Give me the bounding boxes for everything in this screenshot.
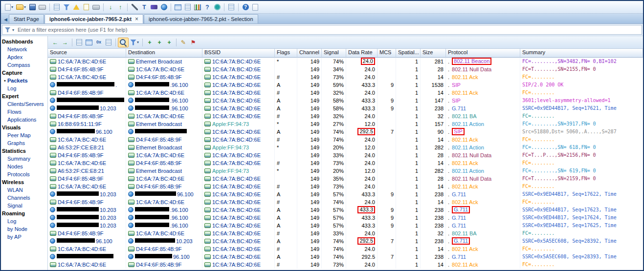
inject-packets-button[interactable]: ↑	[115, 2, 125, 12]
sidebar-item-wireless-channels[interactable]: Channels	[1, 194, 47, 202]
packet-row[interactable]: D4:F4:6F:85:4B:9F1C:6A:7A:BC:4D:6E1C:6A:…	[48, 198, 643, 206]
sidebar-item-expert-clients-servers[interactable]: Clients/Servers	[1, 100, 47, 108]
alarms-button[interactable]	[71, 2, 81, 12]
save-button[interactable]	[27, 2, 37, 12]
sidebar-item-capture-log[interactable]: Log	[1, 84, 47, 92]
packet-list-button[interactable]	[52, 2, 62, 12]
col-header-data-rate[interactable]: Data Rate	[346, 49, 378, 58]
sidebar-item-wireless-signal[interactable]: Signal	[1, 202, 47, 209]
packet-row[interactable]: D4:F4:6F:85:4B:9F1C:6A:7A:BC:4D:6E1C:6A:…	[48, 65, 643, 73]
sidebar-item-capture-packets[interactable]: Packets	[1, 77, 47, 84]
sidebar-item-dashboards-apdex[interactable]: Apdex	[1, 53, 47, 61]
packet-row[interactable]: 96.1001C:6A:7A:BC:4D:6EA14974%292.571238…	[48, 253, 643, 261]
insert-note-button[interactable]: +	[164, 38, 174, 47]
filter-funnel-icon[interactable]	[5, 27, 10, 32]
next-packet-button[interactable]: →	[60, 38, 70, 47]
col-header-protocol[interactable]: Protocol	[446, 49, 520, 58]
col-header-spatial[interactable]: Spatial...	[396, 49, 421, 58]
packet-row[interactable]: A6:53:2F:CE:E8:21Ethernet BroadcastApple…	[48, 167, 643, 175]
compare-view-button[interactable]	[104, 38, 113, 47]
packet-row[interactable]: D4:F4:6F:85:4B:9F1C:6A:7A:BC:4D:6E1C:6A:…	[48, 229, 643, 237]
packet-row[interactable]: 10.20396.1001C:6A:7A:BC:4D:6EA14957%433.…	[48, 190, 643, 198]
tab-start-page[interactable]: Start Page	[9, 14, 44, 23]
packet-row[interactable]: 1C:6A:7A:BC:4D:6ED4:F4:6F:85:4B:9F1C:6A:…	[48, 159, 643, 167]
log-button[interactable]	[81, 2, 91, 12]
packet-row[interactable]: D4:F4:6F:85:4B:9F1C:6A:7A:BC:4D:6E1C:6A:…	[48, 89, 643, 97]
wifi-button[interactable]	[212, 2, 222, 12]
sidebar-item-roaming-by-node[interactable]: by Node	[1, 225, 47, 233]
packet-row[interactable]: 1C:6A:7A:BC:4D:6ED4:F4:6F:85:4B:9F1C:6A:…	[48, 245, 643, 253]
signal-button[interactable]: ?	[202, 2, 212, 12]
col-header-mcs[interactable]: MCS	[378, 49, 396, 58]
col-header-source[interactable]: Source	[48, 49, 126, 58]
sidebar-item-wireless-wlan[interactable]: WLAN	[1, 186, 47, 194]
filter-menu-button[interactable]: ▾	[129, 38, 140, 47]
packet-row[interactable]: 1C:6A:7A:BC:4D:6ED4:F4:6F:85:4B:9F1C:6A:…	[48, 261, 643, 269]
col-header-summary[interactable]: Summary	[520, 49, 643, 58]
packet-row[interactable]: ..96.1001C:6A:7A:BC:4D:6EA14959%433.3911…	[48, 81, 643, 89]
sidebar-item-expert-flows[interactable]: Flows	[1, 108, 47, 116]
col-header-signal[interactable]: Signal	[322, 49, 346, 58]
tools-button[interactable]	[130, 2, 139, 12]
packet-row[interactable]: 96.1001C:6A:7A:BC:4D:6EA14974%292.57190.…	[48, 128, 643, 136]
previous-packet-button[interactable]: ←	[50, 38, 60, 47]
filter-dropdown-caret-icon[interactable]: ▾	[12, 28, 14, 32]
sidebar-item-dashboards-compass[interactable]: Compass	[1, 61, 47, 69]
name-table-button[interactable]: T	[139, 2, 149, 12]
sidebar-item-statistics-nodes[interactable]: Nodes	[1, 163, 47, 170]
decode-view-button[interactable]	[84, 38, 94, 47]
packet-row[interactable]: .96.1001C:6A:7A:BC:4D:6EA14958%433.39114…	[48, 97, 643, 104]
help-button[interactable]: ?	[241, 2, 250, 12]
packet-row[interactable]: 16:B8:69:51:11:9FEthernet BroadcastApple…	[48, 120, 643, 128]
packet-row[interactable]: A6:53:2F:CE:E8:21Ethernet BroadcastApple…	[48, 144, 643, 151]
insert-filter-button[interactable]: +	[145, 38, 155, 47]
sidebar-item-dashboards-network[interactable]: Network	[1, 45, 47, 53]
sidebar-item-expert-applications[interactable]: Applications	[1, 116, 47, 124]
flag-packet-button[interactable]: ⚑	[188, 38, 198, 47]
sidebar-item-roaming-log[interactable]: Log	[1, 217, 47, 225]
packet-row[interactable]: 1C:6A:7A:BC:4D:6ED4:F4:6F:85:4B:9F1C:6A:…	[48, 183, 643, 190]
col-header-size[interactable]: Size	[421, 49, 446, 58]
decode-button[interactable]	[173, 2, 183, 12]
sidebar-item-statistics-summary[interactable]: Summary	[1, 155, 47, 163]
col-header-channel[interactable]: Channel	[297, 49, 322, 58]
packet-row[interactable]: 10.203.96.1001C:6A:7A:BC:4D:6EA14957%433…	[48, 206, 643, 214]
camera-button[interactable]	[91, 2, 101, 12]
zoom-button[interactable]	[118, 38, 129, 47]
sidebar-item-statistics-protocols[interactable]: Protocols	[1, 170, 47, 178]
insert-select-button[interactable]: +	[155, 38, 164, 47]
edit-packet-button[interactable]: ✎	[178, 38, 188, 47]
tab-iphone6-voice-jabber-7965-2-pkt[interactable]: iphone6-voice-jabber-7965-2.pkt×	[44, 14, 143, 23]
filter-input[interactable]: ▾ Enter a filter expression here (use F1…	[2, 25, 642, 35]
new-capture-button[interactable]: ▾	[3, 2, 15, 12]
print-button[interactable]	[37, 2, 47, 12]
tab-close-icon[interactable]: ×	[135, 16, 138, 22]
packet-row[interactable]: 10.203.96.1001C:6A:7A:BC:4D:6EA14957%433…	[48, 214, 643, 222]
summary-stats-button[interactable]	[149, 2, 159, 12]
packet-row[interactable]: 10.203.96.1001C:6A:7A:BC:4D:6EA14958%433…	[48, 104, 643, 112]
packet-row[interactable]: 1C:6A:7A:BC:4D:6ED4:F4:6F:85:4B:9F1C:6A:…	[48, 73, 643, 81]
sidebar-item-visuals-peer-map[interactable]: Peer Map	[1, 131, 47, 139]
tab-iphone6-voice-jabber-7965-2-pkt-selection[interactable]: iphone6-voice-jabber-7965-2.pkt - Select…	[144, 14, 258, 23]
packet-row[interactable]: 10.203.96.1001C:6A:7A:BC:4D:6EA14957%433…	[48, 222, 643, 229]
packet-row[interactable]: D4:F4:6F:85:4B:9F1C:6A:7A:BC:4D:6E1C:6A:…	[48, 151, 643, 159]
packet-list-view-button[interactable]	[74, 38, 84, 47]
packet-row[interactable]: 1C:6A:7A:BC:4D:6EEthernet Broadcast1C:6A…	[48, 58, 643, 65]
sidebar-item-visuals-graphs[interactable]: Graphs	[1, 139, 47, 147]
col-header-destination[interactable]: Destination	[126, 49, 202, 58]
web-button[interactable]	[159, 2, 169, 12]
packet-row[interactable]: 96.10010.2031C:6A:7A:BC:4D:6EA14974%292.…	[48, 237, 643, 245]
graph-button[interactable]	[193, 2, 202, 12]
packet-row[interactable]: D4:F4:6F:85:4B:9F1C:6A:7A:BC:4D:6E1C:6A:…	[48, 175, 643, 183]
node-list-button[interactable]	[226, 2, 236, 12]
table-button[interactable]	[183, 2, 193, 12]
open-button[interactable]: ▾	[15, 2, 27, 12]
hex-view-button[interactable]: 0x	[94, 38, 104, 47]
sidebar-item-roaming-by-ap[interactable]: by AP	[1, 233, 47, 241]
about-button[interactable]	[250, 2, 260, 12]
col-header-bssid[interactable]: BSSID	[202, 49, 275, 58]
packet-row[interactable]: 1C:6A:7A:BC:4D:6ED4:F4:6F:85:4B:9F1C:6A:…	[48, 136, 643, 144]
filter-button[interactable]	[62, 2, 71, 12]
send-packets-button[interactable]: ↓	[106, 2, 115, 12]
col-header-flags[interactable]: Flags	[275, 49, 297, 58]
